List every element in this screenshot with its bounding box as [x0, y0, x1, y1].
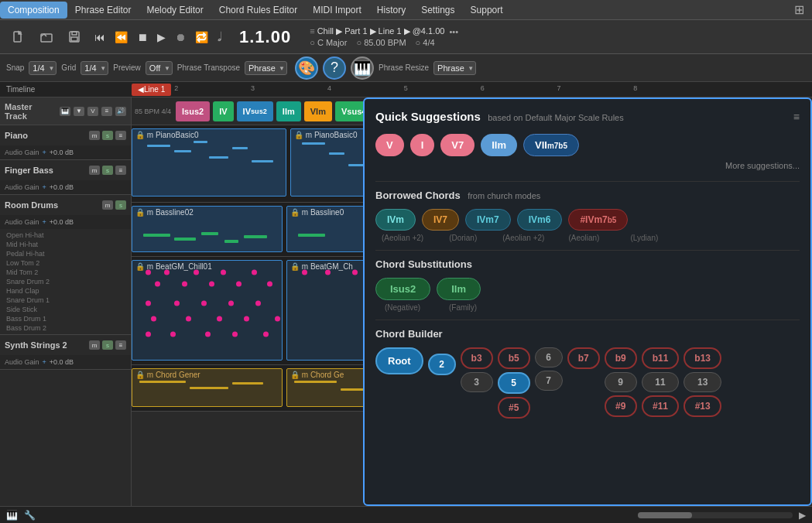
- stop-btn[interactable]: ⏹: [134, 29, 151, 45]
- scroll-right-icon[interactable]: ▶: [799, 510, 806, 521]
- snap-select[interactable]: 1/4: [29, 61, 57, 75]
- bass-e-btn[interactable]: ≡: [115, 166, 126, 175]
- cb-note-7[interactable]: 7: [535, 371, 563, 391]
- cb-note-5-active[interactable]: 5: [498, 372, 530, 394]
- transport-more-btn[interactable]: •••: [449, 27, 458, 36]
- piano-note-6: [252, 160, 273, 162]
- bass-block-1[interactable]: 🔒 m Bassline02: [132, 206, 283, 252]
- cb-note-s11[interactable]: #11: [642, 395, 680, 417]
- master-track-eq-btn[interactable]: ≡: [101, 107, 112, 116]
- cb-note-b13[interactable]: b13: [684, 347, 721, 369]
- open-file-icon[interactable]: [36, 28, 57, 46]
- borrowed-pills-row: IVm IV7 IVm7 IVm6 #IVm7b5: [375, 209, 800, 231]
- cb-col-b13-13: b13 13 #13: [684, 347, 721, 417]
- phrase-transpose-select[interactable]: Phrase: [245, 61, 287, 75]
- grid-select[interactable]: 1/4: [81, 61, 108, 75]
- borrowed-pill-iv7[interactable]: IV7: [422, 209, 459, 231]
- borrowed-pill-ivm[interactable]: IVm: [375, 209, 416, 231]
- qs-menu-icon[interactable]: ≡: [793, 111, 800, 123]
- record-btn[interactable]: ⏺: [172, 29, 189, 45]
- cb-note-s9[interactable]: #9: [605, 395, 637, 417]
- cb-root-btn[interactable]: Root: [375, 347, 423, 374]
- cb-note-b9[interactable]: b9: [605, 347, 637, 369]
- scroll-bar-h[interactable]: [638, 512, 793, 518]
- master-track-down-btn[interactable]: ▼: [74, 107, 84, 116]
- status-icon-1[interactable]: 🎹: [6, 510, 18, 521]
- cb-note-s5[interactable]: #5: [498, 397, 530, 419]
- phrase-transpose-circle-btn[interactable]: 🎨: [295, 56, 318, 80]
- borrowed-subtitle: from church modes: [468, 191, 540, 200]
- save-file-icon[interactable]: [63, 28, 85, 46]
- cb-note-b7[interactable]: b7: [567, 347, 600, 369]
- drums-s-btn[interactable]: s: [115, 200, 126, 210]
- chord-pill-iim[interactable]: IIm: [276, 101, 301, 121]
- cb-note-11[interactable]: 11: [642, 372, 680, 392]
- master-track-midi-btn[interactable]: 🎹: [60, 107, 70, 116]
- piano-block-1-label: 🔒 m PianoBasic0: [135, 131, 198, 139]
- menu-item-history[interactable]: History: [369, 2, 413, 19]
- new-file-icon[interactable]: [8, 28, 29, 46]
- master-track-speaker-btn[interactable]: 🔊: [115, 107, 126, 116]
- piano-m-btn[interactable]: m: [89, 131, 100, 140]
- prev-btn[interactable]: ⏪: [111, 29, 131, 45]
- drum-dot-10: [267, 282, 272, 287]
- synth-m-btn[interactable]: m: [89, 340, 100, 350]
- master-track-v-btn[interactable]: V: [87, 107, 98, 116]
- midi-circle-btn[interactable]: 🎹: [351, 56, 374, 80]
- menu-item-support[interactable]: Support: [463, 2, 511, 19]
- status-bar: 🎹 🔧 ▶: [0, 506, 812, 523]
- cb-note-6[interactable]: 6: [535, 347, 563, 367]
- status-icon-2[interactable]: 🔧: [24, 510, 36, 521]
- phrase-resize-select[interactable]: Phrase: [433, 61, 476, 75]
- preview-select[interactable]: Off: [146, 61, 173, 75]
- cb-note-b11[interactable]: b11: [642, 347, 680, 369]
- subst-pill-iim[interactable]: IIm: [437, 278, 481, 300]
- synth-s-btn[interactable]: s: [102, 340, 113, 350]
- cb-col-b11-11: b11 11 #11: [642, 347, 680, 417]
- subst-pill-isus2[interactable]: Isus2: [375, 278, 430, 300]
- borrowed-pill-sivm7b5[interactable]: #IVm7b5: [568, 209, 628, 231]
- chord-pill-isus2[interactable]: Isus2: [176, 101, 210, 121]
- cb-note-9[interactable]: 9: [605, 372, 637, 392]
- piano-block-1[interactable]: 🔒 m PianoBasic0: [132, 128, 286, 197]
- drums-m-btn[interactable]: m: [102, 200, 113, 210]
- menu-item-phrase-editor[interactable]: Phrase Editor: [67, 2, 139, 19]
- play-btn[interactable]: ▶: [154, 29, 169, 45]
- cb-note-13[interactable]: 13: [684, 372, 721, 392]
- cb-note-b5[interactable]: b5: [498, 347, 530, 369]
- chord-pill-iv[interactable]: IV: [213, 101, 233, 121]
- borrowed-pill-ivm7[interactable]: IVm7: [465, 209, 511, 231]
- menu-item-melody-editor[interactable]: Melody Editor: [139, 2, 211, 19]
- cb-note-b3[interactable]: b3: [461, 347, 493, 369]
- chord-pill-vim[interactable]: VIm: [304, 101, 332, 121]
- skip-back-btn[interactable]: ⏮: [91, 29, 108, 45]
- help-circle-btn[interactable]: ?: [323, 56, 346, 80]
- piano-e-btn[interactable]: ≡: [115, 131, 126, 140]
- metronome-btn[interactable]: 𝅗𝅥: [214, 29, 221, 46]
- more-suggestions-link[interactable]: More suggestions...: [375, 161, 800, 170]
- menu-item-midi-import[interactable]: MIDI Import: [305, 2, 369, 19]
- drum-dot-23: [205, 332, 211, 337]
- qs-pill-i[interactable]: I: [410, 134, 435, 156]
- qs-pill-v7[interactable]: V7: [440, 134, 475, 156]
- menu-item-chord-rules-editor[interactable]: Chord Rules Editor: [211, 2, 305, 19]
- cb-note-s13[interactable]: #13: [684, 395, 721, 417]
- drum-dot-2: [164, 270, 170, 275]
- loop-btn[interactable]: 🔁: [192, 29, 211, 45]
- chord-pill-ivsus2[interactable]: IVsus2: [237, 101, 273, 121]
- drums-block-1[interactable]: 🔒 m BeatGM_Chill01: [132, 260, 283, 361]
- piano-s-btn[interactable]: s: [102, 131, 113, 140]
- borrowed-pill-ivm6[interactable]: IVm6: [517, 209, 563, 231]
- cb-note-2[interactable]: 2: [428, 354, 456, 375]
- bass-m-btn[interactable]: m: [89, 166, 100, 175]
- cb-note-3[interactable]: 3: [461, 372, 493, 392]
- bass-s-btn[interactable]: s: [102, 166, 113, 175]
- drum-dot-12: [174, 301, 180, 306]
- menu-item-composition[interactable]: Composition: [0, 2, 67, 19]
- synth-e-btn[interactable]: ≡: [115, 340, 126, 350]
- drum-dot-3: [194, 270, 199, 275]
- qs-pill-v[interactable]: V: [375, 134, 404, 156]
- qs-pill-viim7b5[interactable]: VIIm7b5: [523, 134, 579, 156]
- menu-item-settings[interactable]: Settings: [413, 2, 462, 19]
- qs-pill-iim[interactable]: IIm: [481, 134, 517, 156]
